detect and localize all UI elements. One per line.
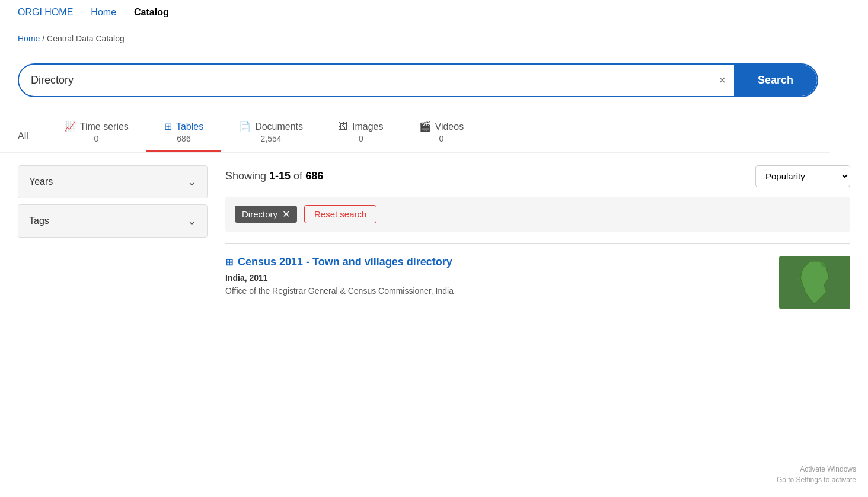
result-meta: India, 2011 <box>225 273 767 283</box>
filter-years-label: Years <box>29 177 53 187</box>
table-row: ⊞ Census 2011 - Town and villages direct… <box>225 256 850 309</box>
result-title-text: Census 2011 - Town and villages director… <box>238 256 452 268</box>
search-section: × Search <box>0 52 868 103</box>
main-content: Years ⌄ Tags ⌄ Showing 1-15 of 686 Popul… <box>0 153 868 335</box>
filter-tags-header[interactable]: Tags ⌄ <box>18 205 207 237</box>
tab-videos-label: Videos <box>435 121 464 132</box>
filter-tags-label: Tags <box>29 216 49 226</box>
timeseries-icon: 📈 <box>64 121 76 132</box>
reset-search-button[interactable]: Reset search <box>304 205 376 223</box>
search-button[interactable]: Search <box>734 65 817 96</box>
breadcrumb: Home / Central Data Catalog <box>0 25 868 52</box>
breadcrumb-current: Central Data Catalog <box>47 34 125 43</box>
tab-timeseries-label: Time series <box>80 121 129 132</box>
documents-icon: 📄 <box>239 121 251 132</box>
active-filters-bar: Directory ✕ Reset search <box>225 197 850 232</box>
videos-icon: 🎬 <box>419 121 431 132</box>
filter-tags: Tags ⌄ <box>18 204 208 238</box>
tabs-section: All 📈 Time series 0 ⊞ Tables 686 📄 Docum… <box>0 103 830 153</box>
showing-label: Showing <box>225 170 266 182</box>
of-label: of <box>293 170 305 182</box>
svg-marker-0 <box>800 261 829 304</box>
results-divider <box>225 243 850 244</box>
results-section: Showing 1-15 of 686 Popularity Most rece… <box>225 165 850 323</box>
results-total: 686 <box>305 170 323 182</box>
tab-documents-label: Documents <box>255 121 303 132</box>
result-info: ⊞ Census 2011 - Town and villages direct… <box>225 256 767 309</box>
filter-years-header[interactable]: Years ⌄ <box>18 166 207 198</box>
nav-catalog[interactable]: Catalog <box>134 7 169 18</box>
search-bar: × Search <box>18 63 818 97</box>
breadcrumb-separator: / <box>42 34 47 43</box>
nav-orgi-home[interactable]: ORGI HOME <box>18 7 73 18</box>
result-thumbnail <box>779 256 850 309</box>
active-filter-directory: Directory ✕ <box>235 206 297 223</box>
sort-select[interactable]: Popularity Most recent Oldest <box>755 165 850 187</box>
sidebar: Years ⌄ Tags ⌄ <box>18 165 208 323</box>
results-header: Showing 1-15 of 686 Popularity Most rece… <box>225 165 850 187</box>
tab-timeseries[interactable]: 📈 Time series 0 <box>46 115 146 152</box>
tab-tables-label: Tables <box>176 121 203 132</box>
chevron-down-icon-2: ⌄ <box>187 214 196 227</box>
tab-documents[interactable]: 📄 Documents 2,554 <box>221 115 321 152</box>
tab-images-count: 0 <box>359 134 363 143</box>
tab-images[interactable]: 🖼 Images 0 <box>321 116 401 152</box>
tabs-list: All 📈 Time series 0 ⊞ Tables 686 📄 Docum… <box>18 115 812 152</box>
tab-all-label: All <box>18 131 28 142</box>
tab-tables-count: 686 <box>177 134 190 143</box>
tab-tables[interactable]: ⊞ Tables 686 <box>146 115 221 152</box>
tables-icon: ⊞ <box>164 121 172 132</box>
results-count: Showing 1-15 of 686 <box>225 170 323 182</box>
tab-images-label: Images <box>352 121 383 132</box>
breadcrumb-home-link[interactable]: Home <box>18 34 40 43</box>
remove-filter-directory-icon[interactable]: ✕ <box>282 210 290 219</box>
result-title-link[interactable]: ⊞ Census 2011 - Town and villages direct… <box>225 256 767 268</box>
tab-videos[interactable]: 🎬 Videos 0 <box>401 115 482 152</box>
active-filter-directory-label: Directory <box>242 209 277 219</box>
nav-home[interactable]: Home <box>91 7 116 18</box>
search-clear-button[interactable]: × <box>710 73 734 87</box>
tab-timeseries-count: 0 <box>94 134 98 143</box>
tab-videos-count: 0 <box>439 134 443 143</box>
results-range: 1-15 <box>269 170 291 182</box>
navigation: ORGI HOME Home Catalog <box>0 0 868 25</box>
india-map-svg <box>788 259 841 306</box>
chevron-down-icon: ⌄ <box>187 175 196 188</box>
filter-years: Years ⌄ <box>18 165 208 198</box>
tab-all[interactable]: All <box>18 125 46 152</box>
result-table-icon: ⊞ <box>225 256 233 268</box>
result-description: Office of the Registrar General & Census… <box>225 286 767 296</box>
search-input[interactable] <box>19 66 710 95</box>
tab-documents-count: 2,554 <box>261 134 282 143</box>
images-icon: 🖼 <box>339 121 348 132</box>
